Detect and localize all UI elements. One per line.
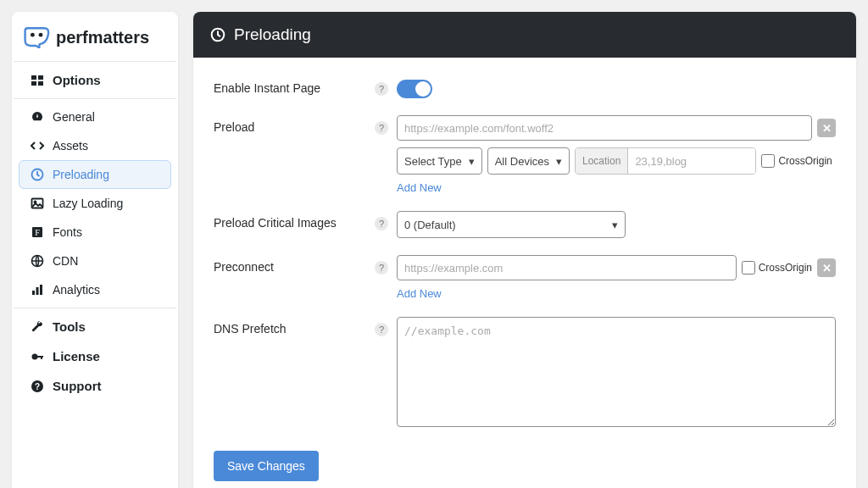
preconnect-add-new-link[interactable]: Add New xyxy=(397,287,836,300)
page-title: Preloading xyxy=(234,25,311,44)
svg-rect-4 xyxy=(31,81,36,86)
help-icon[interactable]: ? xyxy=(375,82,388,96)
preload-type-select[interactable]: Select Type▾ xyxy=(397,147,482,175)
instant-page-toggle[interactable] xyxy=(397,80,432,98)
svg-rect-3 xyxy=(38,75,43,80)
sidebar-item-general[interactable]: General xyxy=(19,103,171,131)
help-icon[interactable]: ? xyxy=(375,121,388,135)
remove-preconnect-button[interactable]: ✕ xyxy=(817,258,836,277)
preload-location-input[interactable]: Location xyxy=(575,147,756,175)
remove-preload-button[interactable]: ✕ xyxy=(817,119,836,137)
preconnect-url-input[interactable] xyxy=(397,255,737,280)
options-icon xyxy=(31,74,44,87)
sidebar: perfmatters Options General Assets Prelo… xyxy=(12,12,178,488)
dns-prefetch-label: DNS Prefetch xyxy=(214,317,375,336)
code-icon xyxy=(31,139,44,152)
critical-images-select[interactable]: 0 (Default)▾ xyxy=(397,211,626,238)
preload-label: Preload xyxy=(214,115,375,134)
help-icon[interactable]: ? xyxy=(375,323,388,336)
svg-rect-5 xyxy=(38,81,43,86)
page-header: Preloading xyxy=(193,12,856,58)
svg-point-1 xyxy=(39,33,43,37)
main-panel: Preloading Enable Instant Page ? Preload… xyxy=(193,12,856,488)
preconnect-crossorigin-checkbox[interactable]: CrossOrigin xyxy=(742,261,812,274)
sidebar-item-support[interactable]: ? Support xyxy=(19,371,171,401)
analytics-icon xyxy=(31,283,44,297)
clock-icon xyxy=(210,27,225,42)
help-icon: ? xyxy=(31,380,44,393)
chevron-down-icon: ▾ xyxy=(556,155,562,168)
font-icon: F xyxy=(31,225,44,239)
preload-url-input[interactable] xyxy=(397,115,812,141)
sidebar-item-fonts[interactable]: F Fonts xyxy=(19,218,171,247)
svg-rect-2 xyxy=(31,75,36,80)
preconnect-label: Preconnect xyxy=(214,255,375,274)
image-icon xyxy=(31,197,44,210)
svg-rect-17 xyxy=(41,356,42,359)
brand-logo: perfmatters xyxy=(14,24,176,61)
sidebar-item-analytics[interactable]: Analytics xyxy=(19,275,171,304)
svg-rect-13 xyxy=(36,287,39,295)
logo-icon xyxy=(24,25,51,49)
svg-rect-7 xyxy=(32,199,43,208)
svg-rect-12 xyxy=(32,291,35,295)
sidebar-item-cdn[interactable]: CDN xyxy=(19,247,171,275)
save-button[interactable]: Save Changes xyxy=(214,451,319,481)
critical-images-label: Preload Critical Images xyxy=(214,211,375,230)
sidebar-item-lazy-loading[interactable]: Lazy Loading xyxy=(19,189,171,218)
help-icon[interactable]: ? xyxy=(375,261,388,274)
svg-text:?: ? xyxy=(35,382,40,391)
sidebar-item-options[interactable]: Options xyxy=(19,65,171,95)
chevron-down-icon: ▾ xyxy=(469,155,475,168)
sidebar-item-license[interactable]: License xyxy=(19,341,171,371)
sidebar-item-preloading[interactable]: Preloading xyxy=(19,160,171,189)
help-icon[interactable]: ? xyxy=(375,217,388,230)
sidebar-item-tools[interactable]: Tools xyxy=(19,312,171,341)
gauge-icon xyxy=(31,110,44,124)
preload-crossorigin-checkbox[interactable]: CrossOrigin xyxy=(761,154,832,168)
svg-text:F: F xyxy=(35,228,40,237)
key-icon xyxy=(31,350,44,363)
wrench-icon xyxy=(31,320,44,334)
brand-name: perfmatters xyxy=(56,28,149,47)
clock-icon xyxy=(31,168,44,181)
svg-rect-14 xyxy=(40,285,42,295)
preload-add-new-link[interactable]: Add New xyxy=(397,181,836,194)
chevron-down-icon: ▾ xyxy=(612,219,618,231)
globe-icon xyxy=(31,254,44,268)
instant-page-label: Enable Instant Page xyxy=(214,76,375,95)
svg-point-0 xyxy=(31,33,35,37)
sidebar-item-assets[interactable]: Assets xyxy=(19,131,171,160)
dns-prefetch-textarea[interactable] xyxy=(397,317,836,427)
preload-device-select[interactable]: All Devices▾ xyxy=(487,147,570,175)
